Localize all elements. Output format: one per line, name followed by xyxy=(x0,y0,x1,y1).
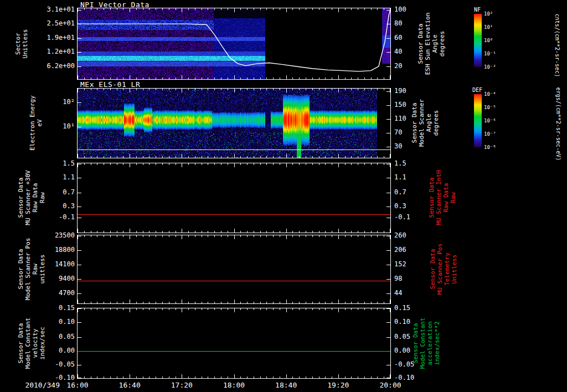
colorbar-tick-label: 10⁻⁶ xyxy=(484,118,496,123)
x-axis-date-label: 2010/349 xyxy=(16,381,60,389)
colorbar-def xyxy=(474,94,482,147)
y-tick-label-right: 150 xyxy=(394,101,406,109)
model-scanner-pos-canvas xyxy=(78,235,390,303)
mu-scanner-30v-canvas xyxy=(78,163,390,233)
y-tick-label-right: 0.7 xyxy=(394,189,406,196)
colorbar-tick-label: 10⁻⁸ xyxy=(484,145,496,150)
y-tick-label-left: -0.1 xyxy=(24,214,75,221)
panel-model-scanner-pos xyxy=(77,235,391,304)
y-tick-label-right: 20 xyxy=(394,63,402,70)
y-tick-label-left: 23500 xyxy=(24,232,75,239)
y-tick-label-left: 0.7 xyxy=(24,189,75,196)
colorbar-tick-label: 10² xyxy=(484,12,493,17)
y-tick-label-left: 18800 xyxy=(24,246,75,254)
y-axis-label-mu-scanner-inth: Sensor Data MU Scanner IntH Raw Data Raw xyxy=(428,170,457,225)
colorbar-title-nf: NF xyxy=(474,7,481,13)
y-tick-label-left: 3.1e+01 xyxy=(24,6,75,13)
y-tick-label-left: 9400 xyxy=(24,275,75,282)
y-tick-label-left: -0.05 xyxy=(24,361,75,368)
x-tick-label: 16:00 xyxy=(66,381,88,389)
y-tick-label-left: 0.10 xyxy=(24,318,75,326)
colorbar-tick-label: 10⁰ xyxy=(484,38,493,43)
x-tick-label: 18:00 xyxy=(223,381,245,389)
y-tick-label-right: 0.00 xyxy=(394,347,410,354)
panel-mu-scanner-30v xyxy=(77,163,391,233)
colorbar-nf xyxy=(474,14,482,67)
x-tick-label: 17:20 xyxy=(171,381,193,389)
y-tick-label-left: 14100 xyxy=(24,261,75,268)
y-tick-label-right: 206 xyxy=(394,246,406,254)
panel-model-constant-velocity xyxy=(77,308,391,379)
y-axis-label-mu-scanner-pos-telemetry: Sensor Data MU Scanner Pos Telemetry Uni… xyxy=(429,244,458,295)
y-tick-label-right: 100 xyxy=(394,6,406,13)
y-tick-label-right: 190 xyxy=(394,87,406,95)
y-tick-label-right: 1.5 xyxy=(394,160,406,167)
y-tick-label-left: 0.3 xyxy=(24,203,75,210)
colorbar-tick-label: 10⁻² xyxy=(484,65,496,70)
y-tick-label-left: 0.15 xyxy=(24,305,75,312)
y-tick-label-right: 30 xyxy=(394,143,402,150)
y-tick-label-left: 4700 xyxy=(24,290,75,297)
colorbar-units-def: ergs/(cm**2-sr-sec-eV) xyxy=(555,87,561,161)
y-tick-label-left: 0.00 xyxy=(24,347,75,354)
x-tick-label: 20:00 xyxy=(379,381,401,389)
y-tick-label-right: 98 xyxy=(394,275,402,282)
panel-mex-els-spectrogram xyxy=(77,88,391,158)
colorbar-title-def: DEF xyxy=(472,87,482,93)
y-tick-label-right: 1.1 xyxy=(394,174,406,181)
x-tick-label: 18:40 xyxy=(275,381,297,389)
y-tick-label-left: 6.2e+00 xyxy=(24,63,75,70)
y-tick-label-right: 0.05 xyxy=(394,333,410,341)
x-tick-label: 16:40 xyxy=(119,381,141,389)
y-tick-label-right: 0.3 xyxy=(394,203,406,210)
y-tick-label-left: 0.05 xyxy=(24,333,75,341)
spectrogram-stack-plot: NPI Vector Data MEx ELS-01 LR Sector Uni… xyxy=(0,0,567,392)
colorbar-tick-label: 10⁻⁷ xyxy=(484,132,496,137)
y-tick-label-left: 1.1 xyxy=(24,174,75,181)
y-tick-label-right: 44 xyxy=(394,290,402,297)
colorbar-tick-label: 10⁻⁴ xyxy=(484,92,496,97)
y-tick-label-left: 10¹ xyxy=(24,123,75,130)
y-tick-label-left: 1.2e+01 xyxy=(24,48,75,55)
colorbar-tick-label: 10¹ xyxy=(484,25,493,30)
y-axis-label-esh-sun-elevation: Sensor Data ESH Sun Elevation Angle degr… xyxy=(417,13,446,75)
y-tick-label-right: 70 xyxy=(394,129,402,136)
y-tick-label-left: 2.5e+01 xyxy=(24,20,75,27)
colorbar-tick-label: 10⁻⁵ xyxy=(484,105,496,110)
y-tick-label-left: 10² xyxy=(24,99,75,106)
y-tick-label-right: 0.15 xyxy=(394,305,410,312)
panel-title-els: MEx ELS-01 LR xyxy=(80,80,140,89)
y-tick-label-left: 1.9e+01 xyxy=(24,34,75,42)
panel-npi-vector-data xyxy=(77,8,391,80)
y-tick-label-right: 40 xyxy=(394,48,402,55)
model-constant-velocity-canvas xyxy=(78,308,390,378)
y-tick-label-right: -0.1 xyxy=(394,214,410,221)
y-tick-label-right: 260 xyxy=(394,232,406,239)
y-tick-label-right: -0.05 xyxy=(394,361,414,368)
colorbar-tick-label: 10⁻¹ xyxy=(484,51,496,56)
y-tick-label-right: 80 xyxy=(394,20,402,27)
els-spectrogram-canvas xyxy=(78,89,390,158)
y-axis-label-model-scanner-angle: Sensor Data Model Scanner Angle degrees xyxy=(411,99,440,147)
y-tick-label-right: 110 xyxy=(394,115,406,122)
y-tick-label-right: 60 xyxy=(394,34,402,42)
x-tick-label: 19:20 xyxy=(327,381,349,389)
y-tick-label-right: 0.10 xyxy=(394,318,410,326)
y-axis-label-model-constant-acceleration: Sensor Data Model Constant acceleration … xyxy=(412,318,441,369)
y-tick-label-left: 1.5 xyxy=(24,160,75,167)
npi-spectrogram-canvas xyxy=(78,8,390,79)
y-tick-label-right: 152 xyxy=(394,261,406,268)
colorbar-units-nf: cnts/(cm**2-sr-sec) xyxy=(554,14,560,77)
